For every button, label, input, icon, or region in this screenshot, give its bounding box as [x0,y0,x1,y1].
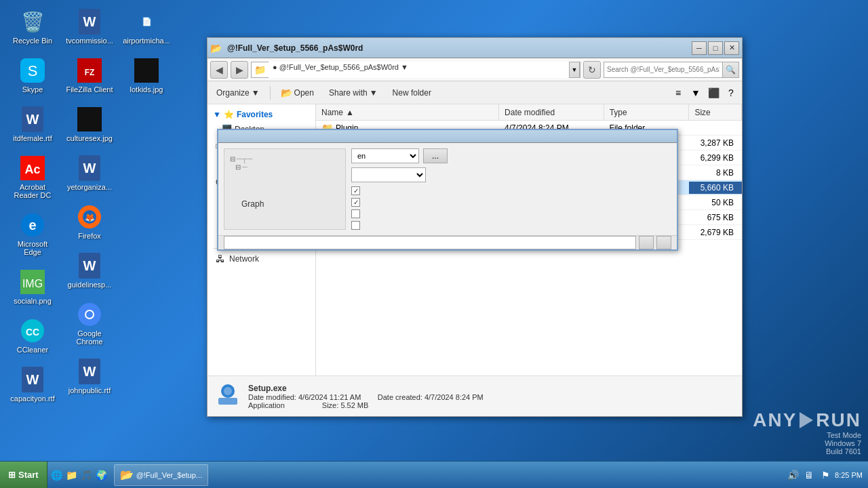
file-size-7: 675 KB [689,211,742,224]
anyrun-text-any: ANY [753,409,797,431]
taskbar-item-explorer[interactable]: 📂 @!Full_Ver_$etup... [114,464,208,486]
size-label: Size: [322,401,338,409]
dialog-path-input[interactable] [224,236,636,249]
recycle-bin-label: Recycle Bin [13,37,52,45]
desktop: 🗑️ Recycle Bin S Skype W itdfemale.rtf [0,0,868,488]
svg-text:e: e [28,218,36,232]
checkbox-3[interactable] [351,209,360,218]
johnpublic-label: johnpublic.rtf [68,386,111,394]
col-header-type[interactable]: Type [604,104,690,120]
dialog-select-lang[interactable]: en [351,148,419,163]
quick-launch-media[interactable]: 🎵 [80,468,94,482]
desktop-icon-skype[interactable]: S Skype [5,54,60,96]
word-file-icon: W [19,106,46,133]
title-bar: 📂 @!Full_Ver_$etup_5566_pAs$W0rd ─ □ ✕ [208,38,742,58]
desktop-icon-recycle-bin[interactable]: 🗑️ Recycle Bin [5,5,60,47]
word-file5-icon: W [76,252,103,279]
desktop-icon-culturesex[interactable]: culturesex.jpg [62,103,117,145]
view-list-button[interactable]: ≡ [670,85,686,101]
desktop-icon-edge[interactable]: e Microsoft Edge [5,209,60,259]
desktop-icon-lotkids[interactable]: lotkids.jpg [119,54,174,96]
desktop-icon-itdfemale[interactable]: W itdfemale.rtf [5,103,60,145]
close-button[interactable]: ✕ [724,41,739,55]
checkbox-4[interactable] [351,221,360,230]
quick-launch-explorer[interactable]: 📁 [65,468,79,482]
view-preview-button[interactable]: ⬛ [705,85,722,101]
date-created-value: 4/7/2024 8:24 PM [425,393,484,401]
minimize-button[interactable]: ─ [692,41,707,55]
maximize-button[interactable]: □ [708,41,723,55]
anyrun-os: Windows 7 [825,439,861,447]
col-header-size[interactable]: Size [689,104,742,120]
checkbox-1[interactable] [351,186,360,195]
search-button[interactable]: 🔍 [722,62,738,77]
dialog-select-2[interactable] [351,167,426,182]
desktop-icon-chrome[interactable]: Google Chrome [62,298,117,348]
taskbar-clock: 8:25 PM [835,471,863,479]
recycle-bin-icon: 🗑️ [19,8,46,35]
forward-button[interactable]: ▶ [231,61,248,79]
dialog-bottom-bar [218,235,677,249]
yetorganiza-label: yetorganiza... [67,183,112,191]
desktop-icon-guidelinesp[interactable]: W guidelinesp... [62,249,117,291]
anyrun-play-icon [800,412,813,428]
word-file3-icon: W [76,8,103,35]
desktop-icon-johnpublic[interactable]: W johnpublic.rtf [62,355,117,397]
open-button[interactable]: 📂 Open [275,84,320,102]
col-header-date[interactable]: Date modified [499,104,604,120]
col-header-name[interactable]: Name ▲ [316,104,499,120]
desktop-icon-filezilla[interactable]: FZ FileZilla Client [62,54,117,96]
taskbar-action-center-icon[interactable]: ⚑ [818,468,832,482]
anyrun-text-run: RUN [816,409,861,431]
nav-item-network[interactable]: 🖧 Network [208,251,315,266]
desktop-icon-capacityon[interactable]: W capacityon.rtf [5,363,60,405]
address-field[interactable]: ● @!Full_Ver_$etup_5566_pAs$W0rd ▼ [269,62,569,78]
checkbox-row-2 [351,198,360,207]
svg-text:CC: CC [26,327,39,338]
view-dropdown-button[interactable]: ▼ [688,85,704,101]
refresh-button[interactable]: ↻ [583,61,601,79]
desktop-icon-socialn[interactable]: IMG socialn.png [5,266,60,308]
share-with-button[interactable]: Share with ▼ [323,84,384,102]
capacityon-label: capacityon.rtf [10,394,54,403]
ccleaner-label: CCleaner [17,346,48,354]
help-button[interactable]: ? [723,85,739,101]
desktop-icon-airportmicha[interactable]: 📄 airportmicha... [119,5,174,47]
anyrun-logo: ANY RUN [753,409,861,431]
desktop-icon-yetorganiza[interactable]: W yetorganiza... [62,152,117,194]
desktop-icon-ccleaner[interactable]: CC CCleaner [5,314,60,357]
favorites-icon: ⭐ [224,110,234,119]
taskbar-explorer-icon: 📂 [120,468,134,481]
back-button[interactable]: ◀ [210,61,228,79]
status-info: Setup.exe Date modified: 4/6/2024 11:21 … [248,384,484,409]
dialog-browse-button[interactable]: ... [423,148,448,163]
file-size-4: 8 KB [689,167,742,179]
svg-text:W: W [83,364,96,379]
quick-launch: 🌐 📁 🎵 🌍 [47,468,111,482]
taskbar-network-icon[interactable]: 🖥 [802,468,816,482]
dialog-cancel-button[interactable] [656,236,671,249]
file-size-3: 6,299 KB [689,152,742,164]
favorites-header[interactable]: ▼ ⭐ Favorites [208,107,315,122]
svg-text:W: W [26,372,39,387]
checkbox-2[interactable] [351,198,360,207]
toolbar-right: ≡ ▼ ⬛ ? [670,85,739,101]
edge-label: Microsoft Edge [8,240,57,256]
svg-text:W: W [83,14,96,29]
new-folder-button[interactable]: New folder [387,84,437,102]
filezilla-icon: FZ [76,57,103,84]
taskbar-volume-icon[interactable]: 🔊 [786,468,800,482]
desktop-icon-acrobat[interactable]: Ac Acrobat Reader DC [5,152,60,202]
search-box: 🔍 [604,62,739,78]
dialog-ok-button[interactable] [639,236,654,249]
organize-button[interactable]: Organize ▼ [210,84,266,102]
search-input[interactable] [604,64,722,75]
address-dropdown[interactable]: ▼ [569,62,580,78]
start-button[interactable]: ⊞ Start [0,462,47,489]
quick-launch-ie[interactable]: 🌐 [50,468,64,482]
airportmicha-label: airportmicha... [123,37,170,45]
quick-launch-globe[interactable]: 🌍 [95,468,108,482]
desktop-icon-firefox[interactable]: 🦊 Firefox [62,201,117,243]
desktop-icon-tvcommission[interactable]: W tvcommissio... [62,5,117,47]
status-type: Application [248,401,285,409]
